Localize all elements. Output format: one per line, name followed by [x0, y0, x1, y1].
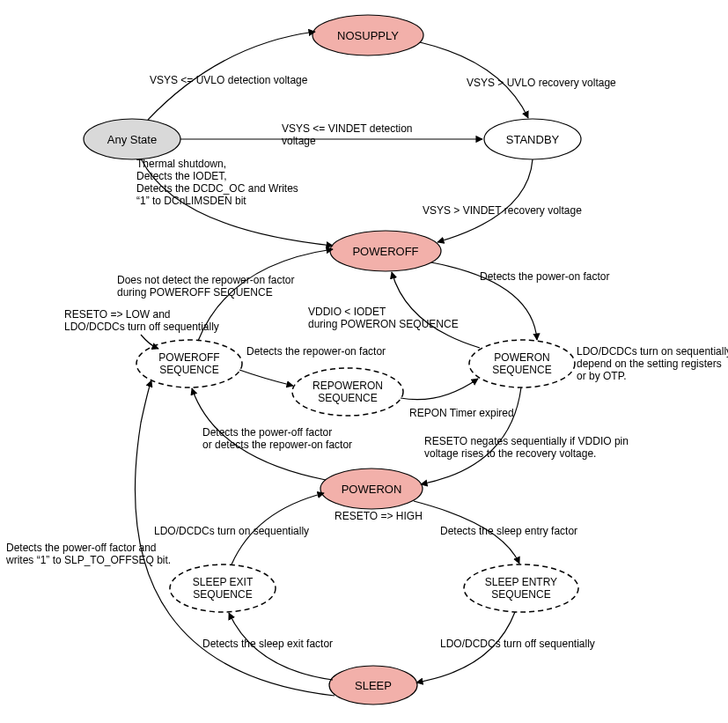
state-repoweron-sequence-l1: REPOWERON — [313, 380, 383, 392]
ann-poweron-seq-l1: LDO/DCDCs turn on sequentially — [577, 345, 728, 358]
edge-sleep-poweroff-seq-l2: writes “1” to SLP_TO_OFFSEQ bit. — [5, 554, 171, 566]
state-diagram: Any State NOSUPPLY STANDBY POWEROFF POWE… — [0, 0, 728, 723]
edge-poweroff-poweron-seq-label: Detects the power-on factor — [480, 270, 609, 283]
ann-poweron-seq-l2: depend on the setting registers — [577, 358, 722, 370]
state-nosupply-label: NOSUPPLY — [337, 29, 399, 42]
state-sleep-entry-sequence-l2: SEQUENCE — [491, 588, 550, 601]
edge-poweron-poweroff-seq-l2: or detects the repower-on factor — [202, 439, 352, 451]
edge-repoweron-seq-poweron-seq — [401, 379, 478, 400]
edge-anystate-poweroff-l4: “1” to DCnLIMSDEN bit — [136, 195, 246, 207]
state-sleep-label: SLEEP — [355, 679, 392, 692]
edge-anystate-poweroff-l1: Thermal shutdown, — [136, 158, 226, 170]
edge-anystate-poweroff-l3: Detects the DCDC_OC and Writes — [136, 182, 298, 195]
edge-standby-poweroff-label: VSYS > VINDET recovery voltage — [423, 204, 582, 217]
edge-poweroff-seq-poweroff-l1: Does not detect the repower-on factor — [117, 274, 294, 286]
state-sleep-exit-sequence-l2: SEQUENCE — [193, 588, 252, 601]
edge-poweron-seq-poweroff-l1: VDDIO < IODET — [308, 306, 386, 318]
state-poweroff-label: POWEROFF — [352, 245, 418, 258]
edge-poweron-seq-poweron-l1: RESETO negates sequentially if VDDIO pin — [424, 435, 629, 447]
edge-poweron-poweroff-seq-l1: Detects the power-off factor — [202, 426, 332, 439]
edge-poweron-seq-poweroff-l2: during POWERON SEQUENCE — [308, 318, 459, 330]
edge-standby-poweroff — [438, 159, 533, 242]
edge-poweron-seq-poweroff — [392, 272, 480, 348]
edge-poweroff-seq-repoweron-seq-label: Detects the repower-on factor — [246, 345, 386, 358]
edge-sleep-entry-seq-sleep-label: LDO/DCDCs turn off sequentially — [440, 638, 595, 650]
edge-repoweron-seq-poweron-seq-label: REPON Timer expired — [409, 407, 514, 419]
edge-nosupply-standby-label: VSYS > UVLO recovery voltage — [467, 77, 616, 89]
edge-poweron-sleep-entry-seq-label: Detects the sleep entry factor — [440, 525, 577, 537]
state-repoweron-sequence-l2: SEQUENCE — [318, 392, 377, 404]
edge-anystate-standby-l1: VSYS <= VINDET detection — [282, 122, 413, 135]
edge-poweroff-seq-repoweron-seq — [239, 370, 293, 386]
edge-poweroff-seq-poweroff-l2: during POWEROFF SEQUENCE — [117, 286, 273, 299]
state-poweroff-sequence-l1: POWEROFF — [158, 351, 219, 364]
ann-poweron-seq-l3: or by OTP. — [577, 370, 626, 382]
edge-sleep-poweroff-seq-l1: Detects the power-off factor and — [6, 542, 157, 554]
state-standby-label: STANDBY — [506, 133, 560, 146]
edge-anystate-poweroff-l2: Detects the IODET, — [136, 170, 227, 182]
state-sleep-exit-sequence-l1: SLEEP EXIT — [193, 576, 254, 588]
ann-poweroff-seq-l2: LDO/DCDCs turn off sequentially — [64, 321, 219, 333]
state-sleep-entry-sequence-l1: SLEEP ENTRY — [485, 576, 557, 588]
edge-sleep-exit-seq-poweron-label: LDO/DCDCs turn on sequentially — [154, 525, 309, 537]
edge-anystate-standby-l2: voltage — [282, 135, 316, 147]
ann-poweron: RESETO => HIGH — [335, 510, 423, 522]
state-anystate-label: Any State — [107, 133, 157, 146]
edge-poweron-seq-poweron-l2: voltage rises to the recovery voltage. — [424, 447, 596, 460]
state-poweron-label: POWERON — [342, 483, 402, 496]
ann-poweroff-seq-arrow — [141, 335, 158, 349]
state-poweron-sequence-l1: POWERON — [494, 351, 549, 364]
edge-anystate-nosupply-label: VSYS <= UVLO detection voltage — [150, 74, 308, 86]
edge-sleep-sleep-exit-seq-label: Detects the sleep exit factor — [202, 638, 333, 650]
ann-poweroff-seq-l1: RESETO => LOW and — [64, 308, 171, 321]
state-poweron-sequence-l2: SEQUENCE — [492, 364, 551, 376]
state-poweroff-sequence-l2: SEQUENCE — [159, 364, 218, 376]
